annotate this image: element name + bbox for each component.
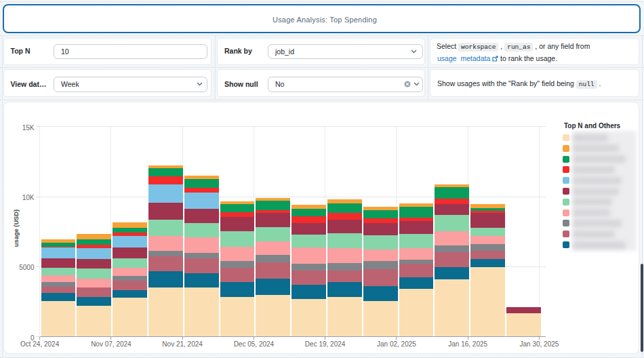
svg-text:Nov 07, 2024: Nov 07, 2024 xyxy=(91,340,132,348)
svg-text:15K: 15K xyxy=(22,124,35,132)
svg-text:Jan 16, 2025: Jan 16, 2025 xyxy=(448,340,487,348)
svg-text:5000: 5000 xyxy=(19,264,35,271)
svg-text:Jan 02, 2025: Jan 02, 2025 xyxy=(377,340,416,348)
svg-text:Dec 05, 2024: Dec 05, 2024 xyxy=(234,340,275,348)
svg-text:Oct 24, 2024: Oct 24, 2024 xyxy=(20,340,60,348)
svg-text:usage (USD): usage (USD) xyxy=(13,210,20,247)
svg-text:Dec 19, 2024: Dec 19, 2024 xyxy=(305,340,346,348)
svg-text:Jan 30, 2025: Jan 30, 2025 xyxy=(519,340,559,348)
svg-text:0: 0 xyxy=(31,334,35,342)
svg-text:Nov 21, 2024: Nov 21, 2024 xyxy=(162,340,203,348)
svg-text:10K: 10K xyxy=(22,194,35,201)
